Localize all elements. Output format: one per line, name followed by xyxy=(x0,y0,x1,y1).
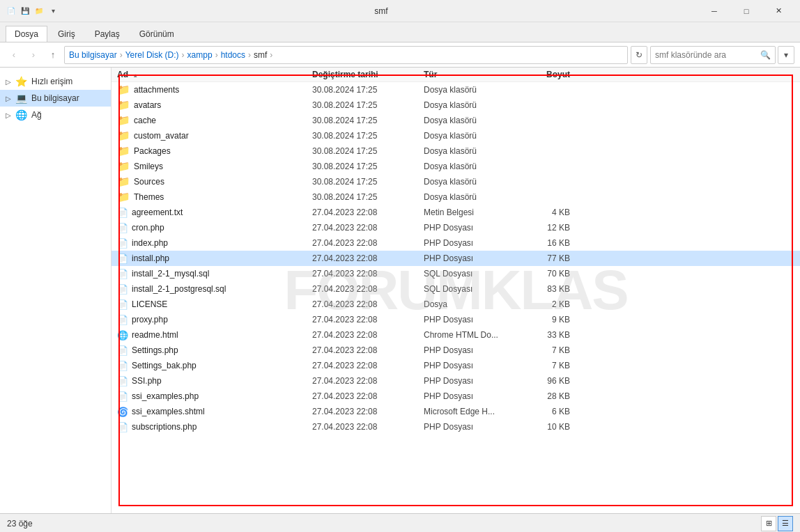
file-icon-sm: 📄 xyxy=(117,208,128,218)
breadcrumb-htdocs[interactable]: htdocs xyxy=(221,50,245,60)
expand-icon-pc: ▷ xyxy=(6,95,11,102)
sep4: › xyxy=(248,50,251,60)
file-row[interactable]: 🌐 readme.html 27.04.2023 22:08 Chrome HT… xyxy=(111,327,800,343)
file-date: 30.08.2024 17:25 xyxy=(312,146,424,156)
file-icon-sm: 📄 xyxy=(117,299,128,310)
sidebar-label-pc: Bu bilgisayar xyxy=(31,93,79,103)
folder-icon-sm: 📁 xyxy=(117,160,130,173)
col-header-date[interactable]: Değiştirme tarihi xyxy=(312,70,424,79)
file-row[interactable]: 📄 index.php 27.04.2023 22:08 PHP Dosyası… xyxy=(111,235,800,251)
file-icon-sm: 📄 xyxy=(117,361,128,371)
file-date: 30.08.2024 17:25 xyxy=(312,192,424,202)
refresh-button[interactable]: ↻ xyxy=(631,46,647,64)
file-name: 📄 install.php xyxy=(117,253,312,264)
file-size: 7 KB xyxy=(514,345,570,355)
close-button[interactable]: ✕ xyxy=(762,0,794,22)
file-row[interactable]: 📁 custom_avatar 30.08.2024 17:25 Dosya k… xyxy=(111,128,800,143)
file-row[interactable]: 📄 agreement.txt 27.04.2023 22:08 Metin B… xyxy=(111,205,800,220)
tab-gorunum[interactable]: Görünüm xyxy=(130,26,183,42)
col-header-name[interactable]: Ad ▲ xyxy=(117,70,312,79)
file-row[interactable]: 📄 ssi_examples.php 27.04.2023 22:08 PHP … xyxy=(111,389,800,404)
back-button[interactable]: ‹ xyxy=(6,47,22,63)
file-icon-sm: 📄 xyxy=(117,223,128,233)
file-row[interactable]: 📄 install.php 27.04.2023 22:08 PHP Dosya… xyxy=(111,251,800,266)
file-row[interactable]: 📄 LICENSE 27.04.2023 22:08 Dosya 2 KB xyxy=(111,297,800,312)
file-name-text: cron.php xyxy=(132,223,164,233)
file-name: 📁 Smileys xyxy=(117,160,312,173)
breadcrumb-xampp[interactable]: xampp xyxy=(187,50,213,60)
file-name: 📄 index.php xyxy=(117,238,312,249)
star-icon: ⭐ xyxy=(15,76,27,87)
breadcrumb-pc[interactable]: Bu bilgisayar xyxy=(69,50,117,60)
tab-giris[interactable]: Giriş xyxy=(49,26,84,42)
grid-view-button[interactable]: ⊞ xyxy=(761,516,776,531)
file-date: 27.04.2023 22:08 xyxy=(312,391,424,401)
breadcrumb[interactable]: Bu bilgisayar › Yerel Disk (D:) › xampp … xyxy=(64,46,628,64)
file-size: 4 KB xyxy=(514,208,570,217)
folder-icon-sm: 📁 xyxy=(117,84,130,96)
sidebar-item-this-pc[interactable]: ▷ 💻 Bu bilgisayar xyxy=(0,90,111,107)
file-row[interactable]: 📁 cache 30.08.2024 17:25 Dosya klasörü xyxy=(111,113,800,128)
window-title: smf xyxy=(64,6,698,16)
file-date: 27.04.2023 22:08 xyxy=(312,269,424,279)
file-type: PHP Dosyası xyxy=(424,391,514,401)
file-row[interactable]: 📄 cron.php 27.04.2023 22:08 PHP Dosyası … xyxy=(111,220,800,235)
search-box[interactable]: 🔍 xyxy=(650,46,776,64)
file-row[interactable]: 📁 Themes 30.08.2024 17:25 Dosya klasörü xyxy=(111,189,800,205)
file-row[interactable]: 📁 Packages 30.08.2024 17:25 Dosya klasör… xyxy=(111,143,800,159)
list-view-button[interactable]: ☰ xyxy=(778,516,793,531)
col-header-size[interactable]: Boyut xyxy=(514,70,570,79)
file-row[interactable]: 📁 Smileys 30.08.2024 17:25 Dosya klasörü xyxy=(111,159,800,174)
file-name: 📄 ssi_examples.php xyxy=(117,391,312,402)
folder-icon-sm: 📁 xyxy=(117,145,130,157)
up-button[interactable]: ↑ xyxy=(45,47,61,63)
sort-icon: ▲ xyxy=(132,72,138,79)
file-name: 📄 proxy.php xyxy=(117,315,312,325)
file-row[interactable]: 📄 subscriptions.php 27.04.2023 22:08 PHP… xyxy=(111,419,800,435)
file-icon-sm: 📄 xyxy=(117,238,128,249)
file-name: 🌀 ssi_examples.shtml xyxy=(117,407,312,417)
expand-button[interactable]: ▾ xyxy=(778,46,794,64)
tab-dosya[interactable]: Dosya xyxy=(6,26,47,42)
file-date: 27.04.2023 22:08 xyxy=(312,330,424,340)
file-row[interactable]: 📁 attachments 30.08.2024 17:25 Dosya kla… xyxy=(111,82,800,97)
file-row[interactable]: 📁 Sources 30.08.2024 17:25 Dosya klasörü xyxy=(111,174,800,189)
file-row[interactable]: 📁 avatars 30.08.2024 17:25 Dosya klasörü xyxy=(111,97,800,113)
file-row[interactable]: 📄 SSI.php 27.04.2023 22:08 PHP Dosyası 9… xyxy=(111,373,800,389)
sidebar-label-quick-access: Hızlı erişim xyxy=(31,77,72,86)
file-date: 27.04.2023 22:08 xyxy=(312,422,424,432)
file-name-text: subscriptions.php xyxy=(132,422,197,432)
breadcrumb-disk[interactable]: Yerel Disk (D:) xyxy=(125,50,179,60)
tab-paylas[interactable]: Paylaş xyxy=(86,26,129,42)
file-name: 📁 Themes xyxy=(117,191,312,203)
search-input[interactable] xyxy=(655,50,760,60)
col-header-type[interactable]: Tür xyxy=(424,70,514,79)
file-icon-sm: 📄 xyxy=(117,422,128,432)
minimize-button[interactable]: ─ xyxy=(698,0,730,22)
file-name-text: custom_avatar xyxy=(134,131,189,141)
status-bar: 23 öğe ⊞ ☰ xyxy=(0,513,800,532)
file-name: 📄 install_2-1_postgresql.sql xyxy=(117,284,312,295)
file-name-text: agreement.txt xyxy=(132,208,183,217)
file-type: Dosya xyxy=(424,299,514,309)
file-row[interactable]: 📄 install_2-1_postgresql.sql 27.04.2023 … xyxy=(111,281,800,297)
sidebar-item-quick-access[interactable]: ▷ ⭐ Hızlı erişim xyxy=(0,73,111,90)
sidebar-item-network[interactable]: ▷ 🌐 Ağ xyxy=(0,107,111,123)
file-size: 9 KB xyxy=(514,315,570,324)
file-row[interactable]: 🌀 ssi_examples.shtml 27.04.2023 22:08 Mi… xyxy=(111,404,800,419)
file-size: 28 KB xyxy=(514,391,570,401)
file-date: 27.04.2023 22:08 xyxy=(312,315,424,324)
file-row[interactable]: 📄 install_2-1_mysql.sql 27.04.2023 22:08… xyxy=(111,266,800,281)
forward-button[interactable]: › xyxy=(25,47,42,63)
file-row[interactable]: 📄 proxy.php 27.04.2023 22:08 PHP Dosyası… xyxy=(111,312,800,327)
dropdown-icon[interactable]: ▾ xyxy=(47,6,59,17)
window-controls: ─ □ ✕ xyxy=(698,0,794,22)
file-type: Dosya klasörü xyxy=(424,131,514,141)
file-date: 27.04.2023 22:08 xyxy=(312,299,424,309)
maximize-button[interactable]: □ xyxy=(730,0,762,22)
file-size: 70 KB xyxy=(514,269,570,279)
file-date: 30.08.2024 17:25 xyxy=(312,100,424,110)
file-row[interactable]: 📄 Settings.php 27.04.2023 22:08 PHP Dosy… xyxy=(111,343,800,358)
ribbon: Dosya Giriş Paylaş Görünüm xyxy=(0,22,800,42)
file-row[interactable]: 📄 Settings_bak.php 27.04.2023 22:08 PHP … xyxy=(111,358,800,373)
